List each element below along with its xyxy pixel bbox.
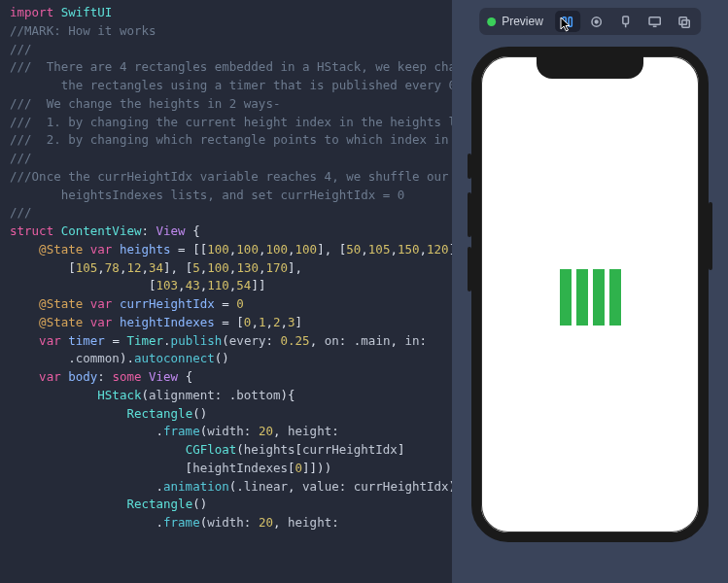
code-line[interactable]: CGFloat(heights[currHeightIdx] xyxy=(10,441,452,460)
code-line[interactable]: Rectangle() xyxy=(10,405,452,424)
chart-bar xyxy=(576,269,588,326)
code-line[interactable]: /// 2. by changing which rectangle point… xyxy=(10,131,452,150)
svg-rect-6 xyxy=(679,17,687,24)
code-line[interactable]: .animation(.linear, value: currHeightIdx… xyxy=(10,478,452,497)
target-icon xyxy=(589,15,604,29)
pin-preview-button[interactable] xyxy=(613,11,639,32)
chart-bar xyxy=(593,269,605,326)
code-line[interactable]: .common).autoconnect() xyxy=(10,350,452,368)
svg-rect-7 xyxy=(682,19,690,27)
phone-side-button xyxy=(709,202,712,270)
cursor-icon xyxy=(560,17,572,32)
svg-point-3 xyxy=(595,20,598,23)
code-line[interactable]: the rectangles using a timer that is pub… xyxy=(10,77,452,95)
phone-mockup xyxy=(471,47,709,542)
phone-side-button xyxy=(468,247,471,292)
phone-side-button xyxy=(468,192,471,237)
code-line[interactable]: HStack(alignment: .bottom){ xyxy=(10,387,452,405)
stack-icon xyxy=(676,15,691,29)
preview-status: Preview xyxy=(483,15,551,28)
code-line[interactable]: ///Once the currHeightIdx variable reach… xyxy=(10,168,452,187)
code-line[interactable]: /// 1. by changing the current height in… xyxy=(10,114,452,132)
preview-toolbar: Preview xyxy=(479,8,701,35)
code-line[interactable]: [105,78,12,34], [5,100,130,170], xyxy=(10,259,452,278)
code-line[interactable]: Rectangle() xyxy=(10,496,452,514)
code-line[interactable]: /// xyxy=(10,204,452,223)
code-line[interactable]: heightsIndexes lists, and set currHeight… xyxy=(10,187,452,205)
code-line[interactable]: [heightIndexes[0]])) xyxy=(10,460,452,478)
code-line[interactable]: .frame(width: 20, height: xyxy=(10,514,452,532)
device-settings-button[interactable] xyxy=(642,11,668,32)
preview-label: Preview xyxy=(502,15,543,28)
code-line[interactable]: @State var currHeightIdx = 0 xyxy=(10,295,452,314)
phone-screen xyxy=(481,56,699,532)
code-line[interactable]: /// There are 4 rectangles embedded in a… xyxy=(10,58,452,77)
pin-icon xyxy=(618,15,633,29)
display-icon xyxy=(647,15,662,29)
status-dot-icon xyxy=(487,17,496,26)
code-editor[interactable]: import SwiftUI//MARK: How it works//////… xyxy=(0,0,452,583)
code-line[interactable]: /// xyxy=(10,150,452,168)
duplicate-preview-button[interactable] xyxy=(672,11,697,32)
code-line[interactable]: var body: some View { xyxy=(10,368,452,387)
code-line[interactable]: [103,43,110,54]] xyxy=(10,277,452,295)
code-line[interactable]: var timer = Timer.publish(every: 0.25, o… xyxy=(10,332,452,351)
svg-rect-5 xyxy=(649,17,660,24)
code-line[interactable]: //MARK: How it works xyxy=(10,22,452,41)
code-line[interactable]: /// We change the heights in 2 ways- xyxy=(10,95,452,114)
code-line[interactable]: @State var heights = [[100,100,100,100],… xyxy=(10,241,452,259)
code-line[interactable]: import SwiftUI xyxy=(10,4,452,22)
selectable-mode-button[interactable] xyxy=(584,11,609,32)
chart-bar xyxy=(609,269,621,326)
chart-bar xyxy=(560,269,572,326)
preview-pane: Preview xyxy=(452,0,728,583)
svg-rect-4 xyxy=(623,16,629,23)
phone-side-button xyxy=(468,154,471,179)
code-line[interactable]: struct ContentView: View { xyxy=(10,223,452,241)
code-line[interactable]: .frame(width: 20, height: xyxy=(10,423,452,441)
code-line[interactable]: @State var heightIndexes = [0,1,2,3] xyxy=(10,314,452,332)
code-line[interactable]: /// xyxy=(10,41,452,59)
bar-chart xyxy=(560,263,621,326)
